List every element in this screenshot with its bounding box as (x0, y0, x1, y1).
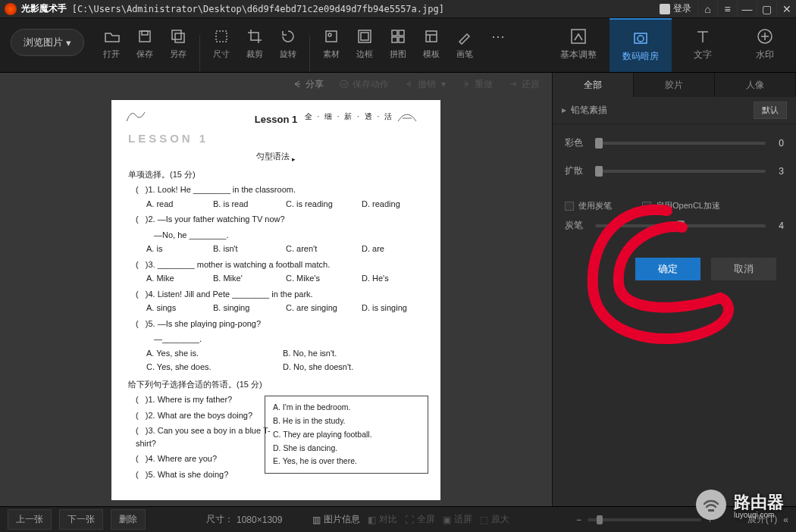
delete-button[interactable]: 删除 (111, 509, 146, 530)
svg-rect-4 (216, 31, 227, 42)
svg-point-18 (340, 80, 348, 88)
use-charcoal-checkbox[interactable]: 使用炭笔 (565, 200, 612, 211)
open-button[interactable]: 打开 (95, 26, 128, 60)
cancel-button[interactable]: 取消 (711, 258, 776, 280)
svg-point-6 (328, 33, 331, 36)
crop-button[interactable]: 裁剪 (238, 26, 271, 60)
restore-button[interactable]: 还原 (508, 78, 540, 91)
save-button[interactable]: 保存 (128, 26, 161, 60)
tab-portrait[interactable]: 人像 (715, 73, 796, 97)
file-path: [C:\Users\Administrator\Desktop\d6d9f4eb… (72, 4, 444, 14)
svg-rect-19 (708, 509, 714, 512)
tab-all[interactable]: 全部 (553, 73, 634, 97)
dimension-label: 尺寸：1080×1309 (206, 513, 282, 526)
browse-button[interactable]: 浏览图片 ▾ (11, 29, 84, 56)
image-info-button[interactable]: ▥ 图片信息 (312, 513, 360, 526)
ok-button[interactable]: 确定 (635, 258, 700, 280)
darkroom-tab[interactable]: 数码暗房 (610, 18, 672, 72)
svg-rect-8 (361, 33, 368, 40)
svg-point-16 (638, 36, 644, 42)
more-button[interactable]: ⋯ (481, 26, 515, 49)
default-button[interactable]: 默认 (754, 102, 787, 119)
saveas-button[interactable]: 另存 (161, 26, 195, 60)
watermark: 路由器 luyouqi.com (696, 490, 784, 520)
zoom-slider[interactable] (588, 518, 701, 521)
svg-rect-1 (142, 31, 148, 35)
size-button[interactable]: 尺寸 (205, 26, 238, 60)
material-button[interactable]: 素材 (315, 26, 348, 60)
svg-rect-9 (392, 30, 397, 36)
settings-button[interactable]: ≡ (717, 1, 737, 17)
panel-title: 铅笔素描 (571, 105, 607, 115)
svg-rect-5 (326, 31, 337, 42)
svg-rect-3 (175, 33, 184, 42)
svg-rect-11 (392, 37, 397, 42)
svg-rect-0 (139, 31, 150, 42)
tab-film[interactable]: 胶片 (634, 73, 715, 97)
diffuse-slider[interactable] (595, 170, 766, 173)
close-button[interactable]: ✕ (776, 1, 796, 17)
original-button[interactable]: ⬚ 原大 (480, 513, 509, 526)
brush-button[interactable]: 画笔 (448, 26, 481, 60)
side-panel: 全部 胶片 人像 ▸铅笔素描 默认 彩色 0 扩散 3 使用炭笔 启用OpenC… (552, 73, 796, 506)
undo-button[interactable]: 撤销 ▾ (404, 78, 446, 91)
app-title: 光影魔术手 (21, 2, 67, 15)
home-button[interactable]: ⌂ (697, 1, 717, 17)
router-icon (696, 490, 726, 520)
document-preview: 全 · 细 · 新 · 透 · 活 Lesson 1 LESSON 1 匀型语法… (111, 100, 440, 500)
share-button[interactable]: 分享 (292, 78, 324, 91)
zoom-out-button[interactable]: − (576, 515, 581, 525)
save-action-button[interactable]: 保存动作 (339, 78, 389, 91)
login-button[interactable]: 登录 (660, 2, 691, 15)
svg-rect-10 (399, 30, 404, 36)
rotate-button[interactable]: 旋转 (271, 26, 305, 60)
app-icon (5, 3, 17, 15)
color-slider[interactable] (595, 142, 766, 145)
minimize-button[interactable]: — (737, 1, 757, 17)
compare-button[interactable]: ◧ 对比 (368, 513, 397, 526)
maximize-button[interactable]: ▢ (757, 1, 776, 17)
canvas-area: 分享 保存动作 撤销 ▾ 重做 还原 全 · 细 · 新 · 透 · 活 Les… (0, 73, 552, 506)
fit-button[interactable]: ▣ 适屏 (443, 513, 472, 526)
text-tab[interactable]: 文字 (672, 18, 734, 72)
basic-adjust-tab[interactable]: 基本调整 (547, 18, 610, 72)
border-button[interactable]: 边框 (348, 26, 381, 60)
prev-button[interactable]: 上一张 (8, 509, 52, 530)
charcoal-slider[interactable] (595, 224, 766, 227)
title-bar: 光影魔术手 [C:\Users\Administrator\Desktop\d6… (0, 0, 796, 18)
fullscreen-button[interactable]: ⛶ 全屏 (405, 513, 435, 526)
svg-rect-12 (399, 37, 404, 42)
opencl-checkbox[interactable]: 启用OpenCL加速 (642, 200, 720, 211)
svg-rect-14 (572, 30, 585, 43)
svg-rect-2 (172, 30, 181, 39)
watermark-tab[interactable]: 水印 (734, 18, 796, 72)
redo-button[interactable]: 重做 (461, 78, 493, 91)
svg-rect-13 (426, 31, 437, 42)
collage-button[interactable]: 拼图 (381, 26, 415, 60)
next-button[interactable]: 下一张 (59, 509, 103, 530)
main-toolbar: 浏览图片 ▾ 打开 保存 另存 尺寸 裁剪 旋转 素材 边框 拼图 模板 画笔 … (0, 18, 796, 73)
status-bar: 上一张 下一张 删除 尺寸：1080×1309 ▥ 图片信息 ◧ 对比 ⛶ 全屏… (0, 506, 796, 532)
user-icon (660, 4, 670, 14)
template-button[interactable]: 模板 (415, 26, 448, 60)
